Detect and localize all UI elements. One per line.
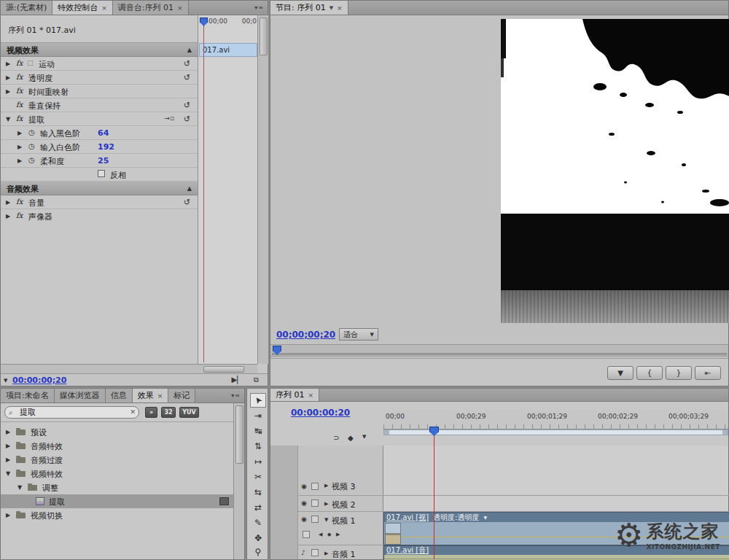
goto-effect-icon[interactable]: →▫	[164, 114, 174, 122]
tree-item-extract-selected[interactable]: 提取	[1, 494, 233, 508]
track-header-video2[interactable]: ◉ ▶ 视频 2	[298, 496, 383, 512]
add-keyframe-icon[interactable]: ◆	[327, 532, 331, 537]
effect-row-extract[interactable]: ▼ fx 提取 →▫ ↺	[1, 112, 198, 126]
current-timecode[interactable]: 00:00:00;20	[12, 376, 66, 385]
param-row-invert[interactable]: 反相	[1, 168, 198, 182]
tab-program[interactable]: 节目: 序列 01 ▼ ×	[270, 1, 348, 15]
tab-source[interactable]: 源:(无素材)	[1, 1, 52, 15]
effect-row-motion[interactable]: ▶ fx ⬚ 运动 ↺	[1, 57, 198, 71]
expand-icon[interactable]: ▶	[324, 501, 328, 507]
prev-keyframe-icon[interactable]: ◀	[319, 532, 322, 537]
scroll-thumb[interactable]	[203, 366, 244, 373]
track-header-audio1[interactable]: ♪ ▶ 音频 1	[298, 545, 383, 560]
lock-track-box[interactable]	[311, 516, 319, 523]
track-header-video3[interactable]: ◉ ▶ 视频 3	[298, 478, 383, 496]
collapse-icon[interactable]: ▼	[17, 484, 22, 491]
expand-icon[interactable]: ▶	[6, 429, 10, 435]
tree-item-audio-effects[interactable]: ▶ 音频特效	[1, 439, 233, 453]
expand-icon[interactable]: ▶	[6, 61, 10, 67]
stopwatch-icon[interactable]: ◷	[28, 142, 35, 150]
display-style-box[interactable]	[303, 531, 310, 538]
toggle-output-icon[interactable]: ◉	[301, 483, 307, 490]
slide-tool[interactable]: ⇄	[250, 500, 266, 515]
hand-tool[interactable]: ✥	[250, 531, 266, 545]
scroll-thumb[interactable]	[260, 18, 268, 55]
slip-tool[interactable]: ⇆	[250, 485, 266, 499]
tab-effects[interactable]: 效果 ×	[133, 389, 169, 402]
audio-effects-header[interactable]: 音频效果 ▲	[1, 182, 198, 195]
selection-tool[interactable]: ➤	[250, 393, 266, 408]
marker-menu-icon[interactable]: ▼	[362, 434, 366, 440]
razor-tool[interactable]: ✂	[250, 470, 266, 484]
expand-icon[interactable]: ▶	[6, 512, 10, 518]
expand-icon[interactable]: ▶	[6, 213, 10, 219]
new-custom-bin-button[interactable]: »	[145, 407, 157, 418]
tab-project[interactable]: 项目:未命名	[1, 389, 55, 402]
program-timecode[interactable]: 00;00;00;20	[276, 330, 335, 340]
clip-name[interactable]: 017.avi [视]	[386, 513, 429, 523]
param-row-input-black[interactable]: ▶ ◷ 输入黑色阶 64	[1, 126, 198, 140]
panel-menu-icon[interactable]: ▾≡	[251, 1, 268, 15]
collapse-icon[interactable]: ▲	[187, 185, 192, 192]
out-point-button[interactable]: }	[666, 366, 692, 380]
param-value[interactable]: 192	[98, 142, 114, 152]
expand-icon[interactable]: ▶	[324, 551, 328, 556]
effect-row-vertical-hold[interactable]: fx 垂直保持 ↺	[1, 98, 198, 112]
reset-icon[interactable]: ↺	[184, 73, 190, 82]
vertical-scrollbar[interactable]	[257, 15, 268, 364]
tree-item-video-transitions[interactable]: ▶ 视频切换	[1, 508, 233, 522]
fx-icon[interactable]: fx	[16, 198, 23, 206]
dropdown-icon[interactable]: ▼	[4, 378, 7, 384]
zoom-level-select[interactable]: 适合 ▼	[339, 328, 378, 341]
collapse-icon[interactable]: ▼	[6, 116, 10, 122]
effect-row-opacity[interactable]: ▶ fx 透明度 ↺	[1, 71, 198, 85]
tab-markers[interactable]: 标记	[168, 389, 195, 402]
set-marker-icon[interactable]: ◆	[348, 434, 354, 442]
lift-button[interactable]: ▼	[607, 366, 634, 380]
zoom-tool[interactable]: ⚲	[250, 545, 266, 559]
chevron-down-icon[interactable]: ▼	[483, 515, 487, 520]
fx-icon[interactable]: fx	[16, 211, 23, 219]
param-value[interactable]: 25	[98, 156, 109, 166]
reset-icon[interactable]: ↺	[184, 101, 190, 110]
param-row-softness[interactable]: ▶ ◷ 柔和度 25	[1, 154, 198, 168]
horizontal-scrollbar[interactable]	[1, 364, 257, 373]
collapse-icon[interactable]: ▲	[187, 47, 192, 53]
clip-effect-label[interactable]: 透明度:透明度	[433, 513, 479, 523]
tree-item-video-effects[interactable]: ▼ 视频特效	[1, 467, 233, 481]
toggle-effects-icon[interactable]: ⧉	[254, 376, 259, 384]
clip-name[interactable]: 017.avi [音]	[386, 545, 429, 556]
tab-sequence-01[interactable]: 序列 01 ×	[270, 389, 319, 401]
search-input[interactable]	[20, 408, 122, 417]
in-point-button[interactable]: {	[636, 366, 663, 380]
video-effects-header[interactable]: 视频效果 ▲	[1, 43, 198, 57]
reset-icon[interactable]: ↺	[184, 198, 190, 207]
toggle-output-icon[interactable]: ◉	[301, 499, 307, 507]
stopwatch-icon[interactable]: ◷	[28, 156, 35, 164]
filter-32bit-button[interactable]: 32	[161, 407, 176, 418]
invert-checkbox[interactable]	[98, 170, 105, 177]
expand-icon[interactable]: ▶	[6, 456, 10, 463]
tab-audio-mixer[interactable]: 调音台:序列 01 ×	[113, 1, 189, 15]
close-icon[interactable]: ×	[337, 4, 343, 12]
fx-icon[interactable]: fx	[16, 59, 23, 67]
play-around-icon[interactable]: ▶▏	[232, 376, 243, 384]
snap-icon[interactable]: ⊃	[333, 434, 339, 442]
scroll-thumb[interactable]	[235, 405, 243, 464]
search-box[interactable]: ⌕ ✕	[4, 406, 139, 419]
expand-icon[interactable]: ▶	[6, 88, 10, 95]
fx-icon[interactable]: fx	[16, 73, 23, 81]
toggle-output-icon[interactable]: ◉	[301, 516, 307, 523]
close-icon[interactable]: ×	[308, 392, 314, 399]
tab-info[interactable]: 信息	[106, 389, 133, 402]
next-keyframe-icon[interactable]: ▶	[336, 532, 340, 537]
expand-icon[interactable]: ▶	[6, 443, 10, 449]
expand-icon[interactable]: ▶	[17, 130, 22, 136]
effect-row-panner[interactable]: ▶ fx 声像器	[1, 209, 198, 223]
close-icon[interactable]: ×	[177, 4, 183, 12]
goto-in-button[interactable]: ⇤	[695, 366, 721, 380]
collapse-icon[interactable]: ▼	[324, 517, 328, 523]
ripple-edit-tool[interactable]: ↹	[250, 424, 266, 438]
track-lane-video2[interactable]	[383, 496, 729, 512]
pen-tool[interactable]: ✎	[250, 516, 266, 530]
